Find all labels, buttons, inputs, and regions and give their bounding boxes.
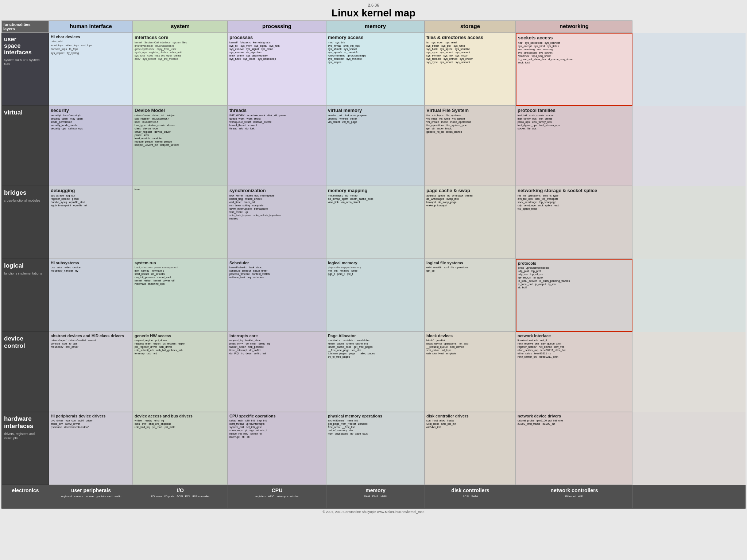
bridges-sys-content: kvm <box>135 188 226 191</box>
disk-items: SCSI SATA <box>463 495 478 498</box>
hardware-label: hardwareinterfaces <box>4 415 46 430</box>
cell-device-sys: generic HW access request_region pci_dri… <box>133 332 228 412</box>
device-control-label: devicecontrol <box>4 335 46 350</box>
cell-logical-hi: HI subsystems oss alsa video_device mous… <box>49 259 133 332</box>
bridges-label: bridges <box>4 189 46 197</box>
device-net-content: linux/netdevice.h net_if netif_receive_s… <box>518 339 631 358</box>
virtual-row: virtual security security/ linux/securit… <box>1 106 746 186</box>
virtual-sys-content: drivers/base/ driver_init kobject bus_re… <box>135 114 226 147</box>
cell-user-stor: files & directories access fs/ sys_open … <box>425 33 516 106</box>
user-net-title: sockets access <box>518 35 630 40</box>
cell-device-proc: interrupts core request_irq tasklet_stru… <box>228 332 326 412</box>
electronics-network-controllers: network controllers Ethernet WiFi <box>516 485 633 508</box>
cell-bridges-proc: synchronization lock_kernel mutex lock_i… <box>228 186 326 259</box>
virtual-mem-title: virtual memory <box>328 108 423 113</box>
cell-hw-hi: HI peripherals device drivers uvc_driver… <box>49 412 133 485</box>
hw-hi-title: HI peripherals device drivers <box>51 414 131 418</box>
cpu-items: registers APIC interrupt controller <box>255 495 299 498</box>
user-sys-content: kernel System Call Interface system file… <box>135 41 226 61</box>
row-label-bridges: bridges cross-functional modules <box>1 186 49 259</box>
hardware-interfaces-row: hardwareinterfaces drivers, registers an… <box>1 412 746 485</box>
hw-stor-title: disk controller drivers <box>426 414 514 418</box>
virtual-hi-title: security <box>51 108 131 113</box>
col-mem-header: memory <box>326 20 425 33</box>
hw-hi-content: uvc_driver vga_con ac97_driver atkbd_drv… <box>51 419 131 429</box>
cell-device-mem: Page Allocator mm/slob.c mm/slab.c mm/sl… <box>326 332 425 412</box>
cell-device-stor: block devices block/ gendisk block_devic… <box>425 332 516 412</box>
user-stor-content: fs/ sys_open sys_read sys_select sys_pol… <box>426 41 514 64</box>
virtual-hi-content: security/ linux/security.h security_open… <box>51 114 131 130</box>
logical-mem-title: logical memory <box>328 261 423 265</box>
io-items: I/O mem I/O ports ACPI PCI USB controlle… <box>151 495 210 498</box>
io-title: I/O <box>177 487 184 493</box>
bridges-mem-content: mm/mmap.c do_mmap do_mmap_pgoff kmem_cac… <box>328 194 423 204</box>
device-mem-title: Page Allocator <box>328 334 423 338</box>
cell-virtual-sys: Device Model drivers/base/ driver_init k… <box>133 106 228 186</box>
logical-sys-content: init/ kernel/ init/main.c start_kernel d… <box>135 269 226 285</box>
logical-row: logical functions implementations HI sub… <box>1 259 746 332</box>
device-sys-content: request_region pci_driver request_mem_re… <box>135 339 226 355</box>
hw-proc-title: CPU specific operations <box>229 414 324 418</box>
bridges-proc-title: synchronization <box>229 188 324 193</box>
cell-logical-mem: logical memory physically mapped memory … <box>326 259 425 332</box>
cell-user-mem: memory access mm/ sys_brk sys_mmap shm_v… <box>326 33 425 106</box>
virtual-mem-content: vmalloc_init find_vma_prepare vmalloc vm… <box>328 114 423 124</box>
cell-device-net: network interface linux/netdevice.h net_… <box>516 332 632 412</box>
virtual-stor-title: Virtual File System <box>426 108 514 113</box>
cell-bridges-stor: page cache & swap address_space do_write… <box>425 186 516 259</box>
col-sys-header: system <box>133 20 228 33</box>
logical-mem-subtitle: physically mapped memory <box>328 266 423 269</box>
device-stor-content: block/ gendisk block_device_operations i… <box>426 339 514 355</box>
logical-sys-title: system run <box>135 261 226 265</box>
logical-proc-title: Scheduler <box>229 261 324 265</box>
logical-mem-content: mm_init kmalloc kfree pgd_t pmd_t pte_t <box>328 269 423 276</box>
device-sys-title: generic HW access <box>135 334 226 338</box>
hardware-sublabel: drivers, registers and interrupts <box>4 432 46 440</box>
cell-hw-sys: device access and bus drivers writew rea… <box>133 412 228 485</box>
footer: © 2007, 2010 Constantine Shulyupin www.M… <box>0 509 747 515</box>
memory-title: memory <box>365 487 385 493</box>
electronics-label: electronics <box>12 487 39 493</box>
user-peripherals-items: keyboard camera mouse graphics card audi… <box>61 495 121 498</box>
cell-bridges-sys: kvm <box>133 186 228 259</box>
logical-net-title: protocols <box>518 261 630 265</box>
page-title: Linux kernel map <box>0 7 747 19</box>
electronics-memory: memory RAM DMA MMU <box>326 485 425 508</box>
virtual-proc-content: INIT_WORK schedule_work disk_kill_queue … <box>229 114 324 130</box>
user-stor-title: files & directories access <box>426 35 514 40</box>
virtual-sys-title: Device Model <box>135 108 226 113</box>
logical-net-content: proto /proc/net/protocols udp_prot tcp_p… <box>518 266 630 289</box>
cell-logical-net: protocols proto /proc/net/protocols udp_… <box>516 259 632 332</box>
user-space-row: userspaceinterfaces system calls and sys… <box>1 33 746 106</box>
bridges-net-content: nfs_file_operations smb_fs_type cifs_fil… <box>518 194 631 210</box>
user-proc-title: processes <box>229 35 324 40</box>
logical-sys-subtitle: boot, shutdown power management <box>135 266 226 269</box>
bridges-stor-title: page cache & swap <box>426 188 514 193</box>
version-label: 2.6.36 <box>0 3 747 7</box>
logical-stor-content: ext4_readdir ext4_file_operations get_sb <box>426 266 514 272</box>
hw-stor-content: scsi_host_alloc libata Scsi_Host ahci_pc… <box>426 419 514 429</box>
user-proc-content: kernel/ fs/exec.c kernel/signal.c sys_ki… <box>229 41 324 61</box>
user-mem-title: memory access <box>328 35 423 40</box>
device-proc-content: request_irq tasklet_struct jiffies_64++ … <box>229 339 324 355</box>
cell-logical-stor: logical file systems ext4_readdir ext4_f… <box>425 259 516 332</box>
cell-virtual-net: protocol families inet_init sock_create … <box>516 106 632 186</box>
logical-sublabel: functions implementations <box>4 272 46 276</box>
bridges-hi-content: sys_ptrace log_buf register_kprobe print… <box>51 194 131 207</box>
cell-user-sys: interfaces core kernel System Call Inter… <box>133 33 228 106</box>
cell-virtual-hi: security security/ linux/security.h secu… <box>49 106 133 186</box>
electronics-user-peripherals: user peripherals keyboard camera mouse g… <box>49 485 133 508</box>
content-rows: userspaceinterfaces system calls and sys… <box>1 33 746 485</box>
device-net-title: network interface <box>518 334 631 338</box>
col-stor-header: storage <box>425 20 516 33</box>
bridges-row: bridges cross-functional modules debuggi… <box>1 186 746 259</box>
network-title: network controllers <box>551 487 598 493</box>
user-sys-title: interfaces core <box>135 35 226 40</box>
memory-items: RAM DMA MMU <box>364 495 387 498</box>
hw-net-content: usbnet_probe ipw2100_pci_init_one a1000_… <box>518 419 631 425</box>
title-bar: 2.6.36 Linux kernel map <box>0 0 747 20</box>
bridges-sublabel: cross-functional modules <box>4 199 46 203</box>
bridges-mem-title: memory mapping <box>328 188 423 193</box>
user-hi-title: HI char devices <box>51 35 131 39</box>
hw-net-title: network device drivers <box>518 414 631 418</box>
